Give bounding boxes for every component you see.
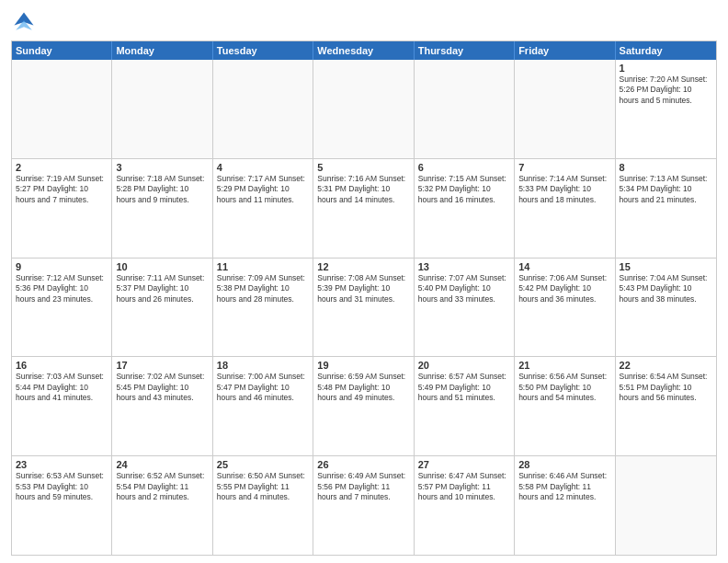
calendar-header: SundayMondayTuesdayWednesdayThursdayFrid… <box>12 41 716 60</box>
header-day-tuesday: Tuesday <box>213 41 313 60</box>
day-number-14: 14 <box>518 261 610 272</box>
day-info-23: Sunrise: 6:53 AM Sunset: 5:53 PM Dayligh… <box>16 471 108 502</box>
day-info-11: Sunrise: 7:09 AM Sunset: 5:38 PM Dayligh… <box>217 273 309 304</box>
day-number-10: 10 <box>116 261 208 272</box>
day-info-2: Sunrise: 7:19 AM Sunset: 5:27 PM Dayligh… <box>16 174 108 205</box>
day-cell-13: 13Sunrise: 7:07 AM Sunset: 5:40 PM Dayli… <box>415 259 515 357</box>
day-number-9: 9 <box>16 261 108 272</box>
day-info-1: Sunrise: 7:20 AM Sunset: 5:26 PM Dayligh… <box>620 75 712 106</box>
day-number-8: 8 <box>620 162 712 173</box>
empty-cell <box>12 60 112 158</box>
day-info-24: Sunrise: 6:52 AM Sunset: 5:54 PM Dayligh… <box>116 471 208 502</box>
day-cell-1: 1Sunrise: 7:20 AM Sunset: 5:26 PM Daylig… <box>616 60 716 158</box>
day-number-1: 1 <box>620 63 712 74</box>
day-number-24: 24 <box>116 459 208 470</box>
day-cell-22: 22Sunrise: 6:54 AM Sunset: 5:51 PM Dayli… <box>616 357 716 455</box>
calendar-row-3: 16Sunrise: 7:03 AM Sunset: 5:44 PM Dayli… <box>12 357 716 456</box>
header-day-saturday: Saturday <box>616 41 716 60</box>
day-cell-28: 28Sunrise: 6:46 AM Sunset: 5:58 PM Dayli… <box>515 456 615 555</box>
day-number-6: 6 <box>418 162 510 173</box>
day-cell-14: 14Sunrise: 7:06 AM Sunset: 5:42 PM Dayli… <box>515 259 615 357</box>
empty-cell <box>616 456 716 555</box>
day-number-19: 19 <box>317 360 409 371</box>
day-cell-6: 6Sunrise: 7:15 AM Sunset: 5:32 PM Daylig… <box>415 159 515 258</box>
day-number-26: 26 <box>317 459 409 470</box>
empty-cell <box>112 60 212 158</box>
day-number-16: 16 <box>16 360 108 371</box>
day-number-20: 20 <box>418 360 510 371</box>
calendar-row-2: 9Sunrise: 7:12 AM Sunset: 5:36 PM Daylig… <box>12 259 716 358</box>
day-cell-8: 8Sunrise: 7:13 AM Sunset: 5:34 PM Daylig… <box>616 159 716 258</box>
header-day-friday: Friday <box>515 41 615 60</box>
logo-icon <box>11 9 37 35</box>
day-number-27: 27 <box>418 459 510 470</box>
day-number-28: 28 <box>518 459 610 470</box>
day-cell-20: 20Sunrise: 6:57 AM Sunset: 5:49 PM Dayli… <box>415 357 515 455</box>
day-info-4: Sunrise: 7:17 AM Sunset: 5:29 PM Dayligh… <box>217 174 309 205</box>
day-number-4: 4 <box>217 162 309 173</box>
day-info-20: Sunrise: 6:57 AM Sunset: 5:49 PM Dayligh… <box>418 372 510 403</box>
page-container: SundayMondayTuesdayWednesdayThursdayFrid… <box>0 0 728 563</box>
day-info-16: Sunrise: 7:03 AM Sunset: 5:44 PM Dayligh… <box>16 372 108 403</box>
day-number-11: 11 <box>217 261 309 272</box>
day-info-12: Sunrise: 7:08 AM Sunset: 5:39 PM Dayligh… <box>317 273 409 304</box>
day-info-10: Sunrise: 7:11 AM Sunset: 5:37 PM Dayligh… <box>116 273 208 304</box>
empty-cell <box>415 60 515 158</box>
day-cell-25: 25Sunrise: 6:50 AM Sunset: 5:55 PM Dayli… <box>213 456 313 555</box>
day-cell-26: 26Sunrise: 6:49 AM Sunset: 5:56 PM Dayli… <box>313 456 414 555</box>
day-info-25: Sunrise: 6:50 AM Sunset: 5:55 PM Dayligh… <box>217 471 309 502</box>
day-cell-27: 27Sunrise: 6:47 AM Sunset: 5:57 PM Dayli… <box>415 456 515 555</box>
day-cell-12: 12Sunrise: 7:08 AM Sunset: 5:39 PM Dayli… <box>313 259 414 357</box>
day-info-22: Sunrise: 6:54 AM Sunset: 5:51 PM Dayligh… <box>620 372 712 403</box>
day-cell-9: 9Sunrise: 7:12 AM Sunset: 5:36 PM Daylig… <box>12 259 112 357</box>
day-number-5: 5 <box>317 162 409 173</box>
day-number-18: 18 <box>217 360 309 371</box>
day-info-21: Sunrise: 6:56 AM Sunset: 5:50 PM Dayligh… <box>518 372 610 403</box>
day-cell-2: 2Sunrise: 7:19 AM Sunset: 5:27 PM Daylig… <box>12 159 112 258</box>
calendar-row-1: 2Sunrise: 7:19 AM Sunset: 5:27 PM Daylig… <box>12 159 716 259</box>
day-cell-16: 16Sunrise: 7:03 AM Sunset: 5:44 PM Dayli… <box>12 357 112 455</box>
empty-cell <box>213 60 313 158</box>
day-info-13: Sunrise: 7:07 AM Sunset: 5:40 PM Dayligh… <box>418 273 510 304</box>
empty-cell <box>515 60 615 158</box>
day-cell-3: 3Sunrise: 7:18 AM Sunset: 5:28 PM Daylig… <box>112 159 212 258</box>
day-cell-23: 23Sunrise: 6:53 AM Sunset: 5:53 PM Dayli… <box>12 456 112 555</box>
day-cell-24: 24Sunrise: 6:52 AM Sunset: 5:54 PM Dayli… <box>112 456 212 555</box>
day-number-23: 23 <box>16 459 108 470</box>
calendar-body: 1Sunrise: 7:20 AM Sunset: 5:26 PM Daylig… <box>12 60 716 555</box>
day-cell-5: 5Sunrise: 7:16 AM Sunset: 5:31 PM Daylig… <box>313 159 414 258</box>
day-cell-18: 18Sunrise: 7:00 AM Sunset: 5:47 PM Dayli… <box>213 357 313 455</box>
header-day-wednesday: Wednesday <box>313 41 414 60</box>
day-number-12: 12 <box>317 261 409 272</box>
day-info-6: Sunrise: 7:15 AM Sunset: 5:32 PM Dayligh… <box>418 174 510 205</box>
day-cell-11: 11Sunrise: 7:09 AM Sunset: 5:38 PM Dayli… <box>213 259 313 357</box>
day-info-9: Sunrise: 7:12 AM Sunset: 5:36 PM Dayligh… <box>16 273 108 304</box>
header-day-monday: Monday <box>112 41 212 60</box>
day-info-7: Sunrise: 7:14 AM Sunset: 5:33 PM Dayligh… <box>518 174 610 205</box>
day-number-22: 22 <box>620 360 712 371</box>
day-cell-4: 4Sunrise: 7:17 AM Sunset: 5:29 PM Daylig… <box>213 159 313 258</box>
day-number-17: 17 <box>116 360 208 371</box>
day-cell-17: 17Sunrise: 7:02 AM Sunset: 5:45 PM Dayli… <box>112 357 212 455</box>
day-info-15: Sunrise: 7:04 AM Sunset: 5:43 PM Dayligh… <box>620 273 712 304</box>
day-number-15: 15 <box>620 261 712 272</box>
day-number-25: 25 <box>217 459 309 470</box>
day-cell-7: 7Sunrise: 7:14 AM Sunset: 5:33 PM Daylig… <box>515 159 615 258</box>
calendar-row-4: 23Sunrise: 6:53 AM Sunset: 5:53 PM Dayli… <box>12 456 716 555</box>
calendar-row-0: 1Sunrise: 7:20 AM Sunset: 5:26 PM Daylig… <box>12 60 716 159</box>
day-cell-21: 21Sunrise: 6:56 AM Sunset: 5:50 PM Dayli… <box>515 357 615 455</box>
header-day-thursday: Thursday <box>415 41 515 60</box>
calendar: SundayMondayTuesdayWednesdayThursdayFrid… <box>11 40 717 556</box>
day-number-3: 3 <box>116 162 208 173</box>
day-number-21: 21 <box>518 360 610 371</box>
day-cell-10: 10Sunrise: 7:11 AM Sunset: 5:37 PM Dayli… <box>112 259 212 357</box>
header <box>11 9 717 35</box>
day-info-27: Sunrise: 6:47 AM Sunset: 5:57 PM Dayligh… <box>418 471 510 502</box>
day-info-19: Sunrise: 6:59 AM Sunset: 5:48 PM Dayligh… <box>317 372 409 403</box>
empty-cell <box>313 60 414 158</box>
day-info-8: Sunrise: 7:13 AM Sunset: 5:34 PM Dayligh… <box>620 174 712 205</box>
day-info-14: Sunrise: 7:06 AM Sunset: 5:42 PM Dayligh… <box>518 273 610 304</box>
day-number-7: 7 <box>518 162 610 173</box>
day-info-3: Sunrise: 7:18 AM Sunset: 5:28 PM Dayligh… <box>116 174 208 205</box>
day-cell-19: 19Sunrise: 6:59 AM Sunset: 5:48 PM Dayli… <box>313 357 414 455</box>
